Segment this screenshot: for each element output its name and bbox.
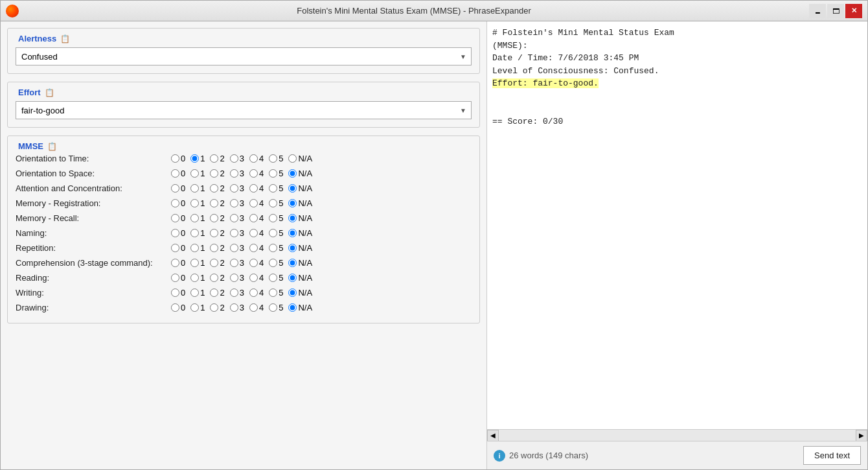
maximize-button[interactable]: 🗖 [827, 4, 844, 18]
right-panel: # Folstein's Mini Mental Status Exam (MM… [486, 21, 867, 469]
mmse-radio-4[interactable] [249, 214, 258, 222]
mmse-radio-2[interactable] [210, 259, 218, 267]
mmse-radio-n/a[interactable] [288, 199, 297, 207]
mmse-radio-2[interactable] [210, 303, 218, 312]
horizontal-scrollbar[interactable]: ◀ ▶ [487, 429, 867, 441]
mmse-radio-0[interactable] [171, 184, 179, 193]
mmse-radio-group: 012345N/A [171, 303, 315, 312]
mmse-radio-5[interactable] [269, 229, 277, 237]
mmse-radio-2[interactable] [210, 274, 218, 282]
mmse-radio-2[interactable] [210, 154, 218, 163]
mmse-radio-3[interactable] [230, 303, 238, 312]
mmse-radio-3[interactable] [230, 199, 238, 207]
mmse-radio-5[interactable] [269, 169, 277, 178]
mmse-radio-5[interactable] [269, 259, 277, 267]
mmse-radio-n/a[interactable] [288, 303, 297, 312]
mmse-radio-0[interactable] [171, 274, 179, 282]
mmse-radio-label: 3 [240, 183, 244, 193]
mmse-radio-1[interactable] [190, 274, 199, 282]
mmse-row-label: Attention and Concentration: [16, 183, 171, 193]
mmse-radio-0[interactable] [171, 214, 179, 222]
mmse-radio-n/a[interactable] [288, 184, 297, 193]
preview-line-8: == Score: 0/30 [492, 115, 862, 128]
mmse-radio-1[interactable] [190, 288, 199, 297]
mmse-radio-4[interactable] [249, 288, 258, 297]
mmse-radio-2[interactable] [210, 184, 218, 193]
mmse-radio-1[interactable] [190, 229, 199, 237]
mmse-radio-3[interactable] [230, 154, 238, 163]
scroll-left-arrow[interactable]: ◀ [487, 430, 499, 441]
mmse-radio-3[interactable] [230, 288, 238, 297]
mmse-radio-1[interactable] [190, 169, 199, 178]
mmse-radio-2[interactable] [210, 229, 218, 237]
mmse-radio-5[interactable] [269, 184, 277, 193]
close-button[interactable]: ✕ [845, 4, 862, 18]
table-row: Orientation to Space:012345N/A [16, 166, 472, 181]
mmse-radio-3[interactable] [230, 229, 238, 237]
mmse-radio-4[interactable] [249, 154, 258, 163]
alertness-select[interactable]: Confused Alert Lethargic Obtunded Stupor… [16, 47, 472, 65]
mmse-radio-0[interactable] [171, 259, 179, 267]
mmse-radio-5[interactable] [269, 303, 277, 312]
mmse-radio-0[interactable] [171, 288, 179, 297]
scroll-track[interactable] [499, 430, 856, 441]
mmse-radio-4[interactable] [249, 259, 258, 267]
mmse-radio-4[interactable] [249, 184, 258, 193]
mmse-radio-0[interactable] [171, 244, 179, 252]
mmse-radio-4[interactable] [249, 303, 258, 312]
mmse-radio-2[interactable] [210, 199, 218, 207]
mmse-radio-1[interactable] [190, 184, 199, 193]
mmse-radio-1[interactable] [190, 154, 199, 163]
mmse-radio-4[interactable] [249, 244, 258, 252]
mmse-radio-2[interactable] [210, 169, 218, 178]
mmse-radio-1[interactable] [190, 199, 199, 207]
mmse-radio-3[interactable] [230, 244, 238, 252]
mmse-radio-3[interactable] [230, 214, 238, 222]
mmse-radio-3[interactable] [230, 184, 238, 193]
list-item: 5 [269, 213, 283, 223]
mmse-radio-5[interactable] [269, 199, 277, 207]
mmse-radio-group: 012345N/A [171, 169, 315, 178]
mmse-radio-n/a[interactable] [288, 244, 297, 252]
mmse-radio-0[interactable] [171, 303, 179, 312]
mmse-radio-n/a[interactable] [288, 169, 297, 178]
mmse-radio-4[interactable] [249, 274, 258, 282]
mmse-radio-0[interactable] [171, 199, 179, 207]
scroll-right-arrow[interactable]: ▶ [856, 430, 867, 441]
mmse-radio-4[interactable] [249, 199, 258, 207]
mmse-radio-1[interactable] [190, 244, 199, 252]
list-item: N/A [288, 258, 312, 268]
mmse-radio-2[interactable] [210, 244, 218, 252]
mmse-radio-1[interactable] [190, 303, 199, 312]
mmse-radio-n/a[interactable] [288, 214, 297, 222]
mmse-radio-5[interactable] [269, 288, 277, 297]
mmse-radio-5[interactable] [269, 274, 277, 282]
mmse-radio-5[interactable] [269, 154, 277, 163]
mmse-radio-2[interactable] [210, 288, 218, 297]
mmse-radio-1[interactable] [190, 214, 199, 222]
effort-select[interactable]: fair-to-good poor good excellent [16, 101, 472, 119]
mmse-radio-3[interactable] [230, 169, 238, 178]
mmse-radio-5[interactable] [269, 244, 277, 252]
mmse-radio-label: N/A [298, 169, 312, 178]
mmse-radio-3[interactable] [230, 274, 238, 282]
mmse-radio-n/a[interactable] [288, 274, 297, 282]
mmse-radio-2[interactable] [210, 214, 218, 222]
mmse-radio-n/a[interactable] [288, 288, 297, 297]
mmse-radio-0[interactable] [171, 154, 179, 163]
send-text-button[interactable]: Send text [803, 446, 861, 465]
list-item: 0 [171, 243, 185, 253]
mmse-radio-3[interactable] [230, 259, 238, 267]
mmse-radio-label: 4 [259, 273, 264, 283]
list-item: N/A [288, 213, 312, 223]
mmse-radio-0[interactable] [171, 169, 179, 178]
mmse-radio-n/a[interactable] [288, 229, 297, 237]
mmse-radio-4[interactable] [249, 169, 258, 178]
mmse-radio-0[interactable] [171, 229, 179, 237]
mmse-radio-4[interactable] [249, 229, 258, 237]
minimize-button[interactable]: 🗕 [809, 4, 826, 18]
mmse-radio-1[interactable] [190, 259, 199, 267]
mmse-radio-5[interactable] [269, 214, 277, 222]
mmse-radio-n/a[interactable] [288, 154, 297, 163]
mmse-radio-n/a[interactable] [288, 259, 297, 267]
